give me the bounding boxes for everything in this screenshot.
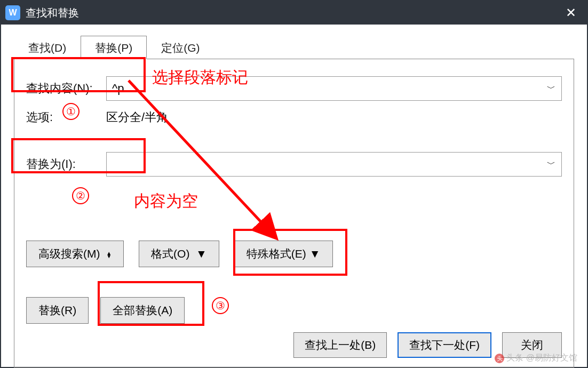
watermark-text: 头条 @易防好文馆 bbox=[506, 353, 577, 362]
watermark: 头头条 @易防好文馆 bbox=[495, 353, 577, 364]
find-next-button[interactable]: 查找下一处(F) bbox=[398, 332, 491, 358]
find-input[interactable] bbox=[106, 76, 562, 101]
tab-panel-replace: 查找内容(N): ﹀ 选项: 区分全/半角 替换为(I): ﹀ bbox=[14, 59, 574, 368]
tab-find[interactable]: 查找(D) bbox=[14, 36, 81, 59]
format-label: 格式(O) bbox=[151, 247, 189, 260]
annotation-note-2: 内容为空 bbox=[134, 190, 198, 212]
drop-icon: ▼ bbox=[309, 247, 321, 260]
special-format-button[interactable]: 特殊格式(E) ▼ bbox=[234, 241, 333, 267]
up-down-icon: ▲▼ bbox=[106, 251, 112, 258]
replace-button[interactable]: 替换(R) bbox=[26, 297, 89, 324]
options-label: 选项: bbox=[26, 109, 106, 125]
format-button[interactable]: 格式(O) ▼ bbox=[139, 241, 219, 267]
find-prev-button[interactable]: 查找上一处(B) bbox=[293, 332, 387, 358]
drop-icon: ▼ bbox=[196, 247, 207, 260]
find-label: 查找内容(N): bbox=[26, 81, 106, 97]
annotation-mark-2: ② bbox=[72, 185, 89, 204]
tab-goto[interactable]: 定位(G) bbox=[147, 36, 214, 59]
find-field-wrap: ﹀ bbox=[106, 76, 562, 101]
titlebar: W 查找和替换 ✕ bbox=[1, 1, 587, 25]
advanced-search-button[interactable]: 高级搜索(M) ▲▼ bbox=[26, 241, 124, 267]
replace-label: 替换为(I): bbox=[26, 156, 106, 172]
replace-field-wrap: ﹀ bbox=[106, 152, 562, 177]
options-value: 区分全/半角 bbox=[106, 109, 168, 125]
special-label: 特殊格式(E) bbox=[247, 247, 306, 260]
window-title: 查找和替换 bbox=[26, 6, 559, 20]
app-icon: W bbox=[5, 5, 20, 20]
close-icon[interactable]: ✕ bbox=[559, 5, 583, 20]
replace-input[interactable] bbox=[106, 152, 562, 177]
watermark-logo-icon: 头 bbox=[495, 354, 504, 363]
replace-all-button[interactable]: 全部替换(A) bbox=[100, 297, 185, 324]
tab-strip: 查找(D) 替换(P) 定位(G) bbox=[14, 35, 574, 59]
tab-replace[interactable]: 替换(P) bbox=[81, 36, 147, 59]
advanced-search-label: 高级搜索(M) bbox=[38, 247, 100, 260]
